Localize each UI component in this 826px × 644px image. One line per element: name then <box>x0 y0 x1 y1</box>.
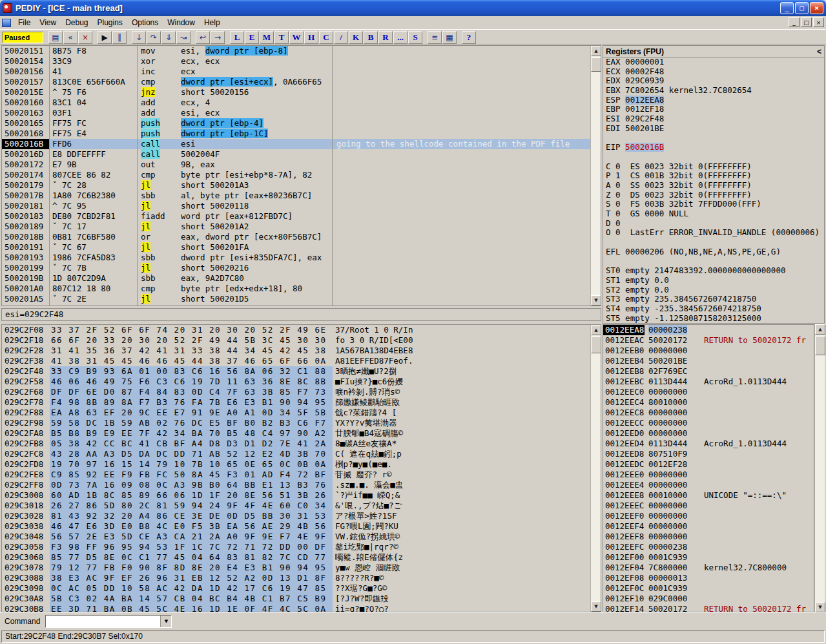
scroll-thumb[interactable] <box>591 57 601 72</box>
stack-row[interactable]: 0012EEA8 00000238 <box>603 325 814 335</box>
register-line[interactable]: A 0 SS 0023 32bit 0(FFFFFFFF) <box>603 181 824 191</box>
log-window-button[interactable]: L <box>230 31 244 44</box>
stack-row[interactable]: 0012EF0C 0001C939 <box>603 583 814 594</box>
disasm-row[interactable]: 50020193 1986 7CFA5D83 sbbdword ptr [esi… <box>2 253 601 263</box>
open-file-button[interactable]: ▤ <box>48 31 63 44</box>
stack-row[interactable]: 0012EF04 7C800000 kernel32.7C800000 <box>603 563 814 573</box>
register-line[interactable]: ST2 empty 0.0 <box>603 286 824 295</box>
register-line[interactable]: S 0 FS 003B 32bit 7FFDD000(FFF) <box>603 200 824 209</box>
references-window-button[interactable]: R <box>378 31 393 44</box>
disasm-row[interactable]: 5002019B 1D 807C2D9A sbbeax, 9A2D7C80 <box>2 273 601 284</box>
dump-row[interactable]: 029C2F38 41 38 31 45 45 46 46 45 44 38 3… <box>2 356 601 366</box>
disassembly-pane[interactable]: 50020151 8B75 F8 movesi, dword ptr [ebp-… <box>1 45 601 306</box>
dump-row[interactable]: 029C2FB8 05 38 42 CC BC 41 CB BF A4 D8 D… <box>2 439 601 449</box>
stack-row[interactable]: 0012EEB4 500201BE <box>603 356 814 366</box>
animate-into-button[interactable]: ⇓ <box>161 31 176 44</box>
stack-row[interactable]: 0012EEF4 00000000 <box>603 521 814 532</box>
stack-pane[interactable]: 0012EEA8 00000238 0012EEAC 50020172 RETU… <box>603 324 814 612</box>
stack-row[interactable]: 0012EEFC 00000238 <box>603 542 814 552</box>
register-line[interactable]: ESP 0012EEA8 <box>603 96 824 105</box>
disassembly-scrollbar[interactable]: ▲ ▼ <box>590 46 601 306</box>
dump-row[interactable]: 029C2FF8 0D 73 7A 16 09 08 0C A3 9B B0 6… <box>2 480 601 490</box>
register-line[interactable]: ST3 empty 235.38456726074218750 <box>603 295 824 304</box>
disasm-row[interactable]: 5002018B 0B81 7C6BF580 oreax, dword ptr … <box>2 232 601 242</box>
options-button[interactable]: ≡ <box>428 31 442 44</box>
scroll-thumb[interactable] <box>815 336 825 355</box>
executables-window-button[interactable]: E <box>245 31 259 44</box>
stack-row[interactable]: 0012EF10 029C0000 <box>603 594 814 604</box>
disasm-row[interactable]: 500201A7 0001 addbyte ptr [ecx], al <box>2 304 601 306</box>
register-line[interactable] <box>603 134 824 143</box>
stack-row[interactable]: 0012EF00 0001C939 <box>603 552 814 563</box>
disasm-row[interactable]: 50020168 FF75 E4 pushdword ptr [ebp-1C] <box>2 129 601 139</box>
memory-window-button[interactable]: M <box>260 31 274 44</box>
menu-view[interactable]: View <box>35 17 61 28</box>
scroll-thumb[interactable] <box>591 337 601 353</box>
disasm-row[interactable]: 5002015E ^ 75 F6 jnzshort 50020156 <box>2 87 601 98</box>
disasm-row[interactable]: 50020172 E7 9B out9B, eax <box>2 160 601 170</box>
stack-scrollbar[interactable]: ▲ ▼ <box>814 324 825 612</box>
dump-row[interactable]: 029C30B8 EE 3D 71 BA 0B 45 5C 4E 16 1D 1… <box>2 604 601 612</box>
disasm-row[interactable]: 50020179 ˇ 7C 28 jlshort 500201A3 <box>2 180 601 191</box>
menu-file[interactable]: File <box>14 17 35 28</box>
dump-row[interactable]: 029C2F08 33 37 2F 52 6F 6F 74 20 31 20 3… <box>2 325 601 335</box>
animate-over-button[interactable]: ↝ <box>176 31 191 44</box>
step-into-button[interactable]: ↓ <box>132 31 146 44</box>
mdi-restore-button[interactable]: □ <box>801 17 812 27</box>
disasm-row[interactable]: 50020174 807CEE 86 82 cmpbyte ptr [esi+e… <box>2 170 601 180</box>
dump-row[interactable]: 029C2F48 33 C9 B9 93 6A 01 00 83 C6 16 5… <box>2 366 601 377</box>
memory-dump-pane[interactable]: 029C2F08 33 37 2F 52 6F 6F 74 20 31 20 3… <box>1 324 601 612</box>
disasm-row[interactable]: 50020156 41 incecx <box>2 67 601 77</box>
register-line[interactable]: O 0 LastErr ERROR_INVALID_HANDLE (000000… <box>603 228 824 238</box>
stack-row[interactable]: 0012EEE4 00000000 <box>603 480 814 490</box>
scroll-down-button[interactable]: ▼ <box>815 602 825 612</box>
minimize-button[interactable]: _ <box>780 2 794 14</box>
threads-window-button[interactable]: T <box>274 31 289 44</box>
disasm-row[interactable]: 50020157 813C0E 656F660A cmpdword ptr [e… <box>2 77 601 87</box>
dump-row[interactable]: 029C3098 0C AC 05 DD 10 58 AC 42 DA 1D 4… <box>2 583 601 594</box>
stack-row[interactable]: 0012EEF8 00000000 <box>603 532 814 542</box>
disasm-row[interactable]: 50020154 33C9 xorecx, ecx <box>2 56 601 67</box>
disasm-row[interactable]: 50020181 ^ 7C 95 jlshort 50020118 <box>2 201 601 211</box>
execute-till-return-button[interactable]: ↩ <box>196 31 210 44</box>
register-line[interactable] <box>603 238 824 247</box>
dump-row[interactable]: 029C3068 85 77 D5 8E 0C C1 77 45 04 64 8… <box>2 552 601 563</box>
cpu-window-button[interactable]: C <box>319 31 333 44</box>
register-line[interactable]: C 0 ES 0023 32bit 0(FFFFFFFF) <box>603 162 824 172</box>
dump-row[interactable]: 029C3078 79 12 77 FB F0 90 8F 8D 8E 20 E… <box>2 563 601 573</box>
dump-row[interactable]: 029C3028 81 43 92 32 20 A4 86 CE 3E DE 0… <box>2 511 601 521</box>
stack-row[interactable]: 0012EED0 00000000 <box>603 428 814 439</box>
collapse-chevron-icon[interactable]: < <box>817 47 821 56</box>
stack-row[interactable]: 0012EED8 807510F9 <box>603 449 814 459</box>
source-window-button[interactable]: S <box>408 31 422 44</box>
stack-row[interactable]: 0012EEBC 0113D444 AcroRd_1.0113D444 <box>603 377 814 387</box>
registers-pane[interactable]: Registers (FPU) < EAX 00000001 ECX 00002… <box>603 45 825 324</box>
register-line[interactable]: EDI 500201BE <box>603 124 824 134</box>
stack-row[interactable]: 0012EEC0 00000000 <box>603 387 814 397</box>
disasm-row[interactable]: 5002016D E8 DDFEFFFF call5002004F <box>2 149 601 160</box>
disasm-row[interactable]: 50020191 ˇ 7C 67 jlshort 500201FA <box>2 242 601 253</box>
dump-row[interactable]: 029C3018 26 27 86 5D 80 2C 81 59 94 24 9… <box>2 501 601 511</box>
register-line[interactable]: ESI 029C2F48 <box>603 114 824 124</box>
stack-row[interactable]: 0012EEB8 02F769EC <box>603 366 814 377</box>
register-line[interactable]: ECX 00002F48 <box>603 67 824 77</box>
dump-row[interactable]: 029C2FA8 B5 B8 B9 E9 EE 7F 42 34 BA 70 B… <box>2 428 601 439</box>
disasm-row[interactable]: 500201A5 ˇ 7C 2E jlshort 500201D5 <box>2 294 601 304</box>
disasm-row[interactable]: 500201A0 807C12 18 80 cmpbyte ptr [edx+e… <box>2 284 601 294</box>
command-dropdown-button[interactable]: ▼ <box>160 616 171 627</box>
stack-row[interactable]: 0012EEE0 00000000 <box>603 470 814 480</box>
register-line[interactable]: P 1 CS 001B 32bit 0(FFFFFFFF) <box>603 171 824 181</box>
close-button[interactable]: × <box>810 2 823 14</box>
disasm-row[interactable]: 5002017B 1A80 7C6B2380 sbbal, byte ptr [… <box>2 191 601 201</box>
pause-button[interactable]: ‖ <box>112 31 127 44</box>
register-line[interactable]: ST0 empty 2147483392.0000000000000000 <box>603 266 824 276</box>
maximize-button[interactable]: □ <box>795 2 809 14</box>
dump-row[interactable]: 029C2F78 F4 98 8B 89 8A F7 B3 76 FA 7B E… <box>2 397 601 408</box>
disasm-row[interactable]: 50020163 03F1 addesi, ecx <box>2 108 601 118</box>
disasm-row[interactable]: 50020199 ˇ 7C 7B jlshort 50020216 <box>2 263 601 273</box>
dump-row[interactable]: 029C2FE8 C9 85 92 EE F9 FB FC 50 8A 45 F… <box>2 470 601 480</box>
stack-row[interactable]: 0012EEB0 00000000 <box>603 346 814 356</box>
disasm-row[interactable]: 50020151 8B75 F8 movesi, dword ptr [ebp-… <box>2 46 601 56</box>
patches-window-button[interactable]: / <box>334 31 348 44</box>
register-line[interactable]: EBX 7C802654 kernel32.7C802654 <box>603 86 824 96</box>
